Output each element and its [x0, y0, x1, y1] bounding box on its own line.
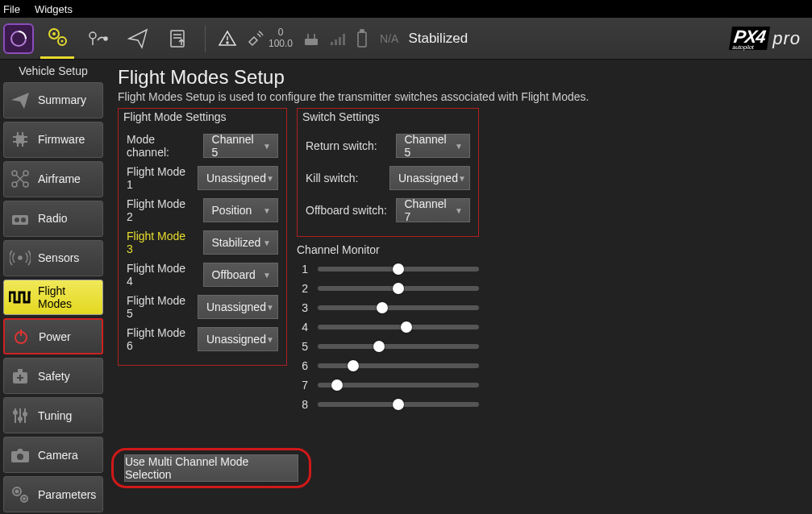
- menu-widgets[interactable]: Widgets: [35, 3, 73, 15]
- multi-channel-wrap: Use Multi Channel Mode Selection: [118, 454, 305, 482]
- channel-row-2: 2: [297, 279, 479, 298]
- flight-mode-combo-1[interactable]: Unassigned▼: [198, 166, 278, 190]
- flight-mode-settings-panel: Flight Mode Settings Mode channel: Chann…: [118, 108, 287, 366]
- svg-point-49: [23, 412, 27, 416]
- channel-slider-8[interactable]: [318, 402, 479, 407]
- px4-logo: PX4autopilot pro: [731, 27, 809, 50]
- svg-point-48: [19, 417, 22, 421]
- sidebar-item-parameters[interactable]: Parameters: [3, 476, 103, 512]
- warning-icon[interactable]: [215, 22, 239, 56]
- setup-button[interactable]: [40, 18, 74, 59]
- sidebar-item-label: Camera: [38, 449, 78, 462]
- channel-slider-7[interactable]: [318, 383, 479, 388]
- channel-row-3: 3: [297, 298, 479, 317]
- drone-icon: [9, 168, 31, 190]
- flight-mode-combo-5[interactable]: Unassigned▼: [198, 295, 278, 319]
- svg-point-36: [21, 218, 26, 222]
- multi-channel-mode-button[interactable]: Use Multi Channel Mode Selection: [124, 454, 298, 482]
- switch-combo-0[interactable]: Channel 5▼: [396, 134, 471, 158]
- channel-row-6: 6: [297, 356, 479, 375]
- sidebar-item-label: Power: [39, 330, 71, 343]
- flight-mode-label-3: Flight Mode 3: [127, 230, 195, 255]
- flight-mode-label-1: Flight Mode 1: [127, 165, 189, 191]
- sidebar-item-firmware[interactable]: Firmware: [3, 122, 103, 158]
- sidebar-item-label: Safety: [38, 370, 70, 383]
- channel-row-8: 8: [297, 395, 479, 414]
- svg-rect-19: [16, 135, 24, 143]
- channel-number: 4: [297, 321, 308, 334]
- sidebar-item-flight-modes[interactable]: Flight Modes: [3, 280, 103, 316]
- toolbar-mode-label[interactable]: Stabilized: [408, 31, 468, 47]
- channel-number: 1: [297, 263, 308, 276]
- svg-rect-16: [343, 34, 345, 45]
- sidebar-item-safety[interactable]: Safety: [3, 358, 103, 394]
- sidebar-item-summary[interactable]: Summary: [3, 82, 103, 118]
- svg-point-2: [52, 32, 56, 35]
- svg-rect-43: [17, 377, 23, 379]
- sidebar: Vehicle Setup Summary Firmware Airframe …: [0, 60, 106, 514]
- mode-channel-label: Mode channel:: [127, 133, 195, 159]
- medkit-icon: [9, 365, 31, 388]
- channel-slider-4[interactable]: [318, 325, 479, 330]
- sidebar-item-label: Tuning: [38, 409, 72, 422]
- toolbar: 0100.0 N/A Stabilized PX4autopilot pro: [0, 18, 812, 60]
- sidebar-item-tuning[interactable]: Tuning: [3, 397, 103, 433]
- sidebar-item-camera[interactable]: Camera: [3, 437, 103, 473]
- menu-file[interactable]: File: [3, 3, 20, 15]
- sidebar-item-label: Airframe: [38, 172, 81, 185]
- svg-point-47: [14, 411, 17, 414]
- flight-mode-combo-2[interactable]: Position▼: [203, 198, 278, 222]
- channel-slider-2[interactable]: [318, 286, 479, 291]
- svg-point-51: [17, 454, 23, 460]
- flight-mode-combo-4[interactable]: Offboard▼: [203, 263, 278, 287]
- chip-icon: [9, 128, 31, 151]
- chevron-down-icon: ▼: [458, 174, 466, 183]
- waveform-icon: [9, 286, 31, 309]
- svg-rect-15: [339, 37, 341, 45]
- channel-number: 6: [297, 359, 308, 372]
- switch-label-0: Return switch:: [306, 139, 388, 152]
- svg-point-37: [19, 256, 22, 259]
- svg-rect-18: [360, 30, 364, 32]
- sidebar-item-label: Firmware: [38, 133, 85, 146]
- sidebar-item-label: Summary: [38, 93, 86, 106]
- radio-icon: [9, 207, 31, 230]
- sidebar-item-power[interactable]: Power: [3, 318, 103, 354]
- flight-mode-combo-3[interactable]: Stabilized▼: [203, 230, 278, 255]
- gears-icon: [9, 483, 31, 506]
- svg-point-53: [16, 490, 19, 492]
- flight-mode-label-4: Flight Mode 4: [127, 262, 195, 288]
- sidebar-item-label: Parameters: [38, 488, 96, 501]
- channel-slider-6[interactable]: [318, 363, 479, 368]
- flight-mode-label-2: Flight Mode 2: [127, 197, 195, 223]
- channel-slider-5[interactable]: [318, 344, 479, 349]
- plane-button[interactable]: [121, 22, 155, 56]
- signal-icon: [330, 31, 349, 46]
- switch-combo-2[interactable]: Channel 7▼: [396, 198, 471, 222]
- svg-point-9: [227, 42, 228, 44]
- channel-row-1: 1: [297, 259, 479, 279]
- sidebar-item-airframe[interactable]: Airframe: [3, 161, 103, 197]
- switch-combo-1[interactable]: Unassigned▼: [389, 166, 470, 190]
- channel-number: 5: [297, 340, 308, 353]
- channel-row-7: 7: [297, 375, 479, 395]
- svg-point-5: [90, 32, 96, 39]
- waypoint-button[interactable]: [81, 22, 115, 56]
- sidebar-item-sensors[interactable]: Sensors: [3, 240, 103, 276]
- analyze-button[interactable]: [161, 22, 195, 56]
- panel-title: Channel Monitor: [297, 243, 479, 256]
- app-logo-button[interactable]: [3, 23, 34, 54]
- mode-channel-combo[interactable]: Channel 5▼: [203, 134, 278, 158]
- sidebar-item-radio[interactable]: Radio: [3, 201, 103, 237]
- channel-number: 2: [297, 282, 308, 295]
- panel-title: Flight Mode Settings: [123, 110, 278, 123]
- sidebar-item-label: Sensors: [38, 251, 79, 264]
- svg-rect-10: [305, 39, 318, 45]
- flight-mode-combo-6[interactable]: Unassigned▼: [198, 327, 278, 351]
- power-icon: [10, 325, 32, 348]
- sensor-icon: [9, 247, 31, 269]
- satellite-status: 0100.0: [246, 27, 293, 48]
- channel-slider-1[interactable]: [318, 267, 479, 272]
- channel-slider-3[interactable]: [318, 305, 479, 310]
- svg-point-55: [23, 498, 25, 499]
